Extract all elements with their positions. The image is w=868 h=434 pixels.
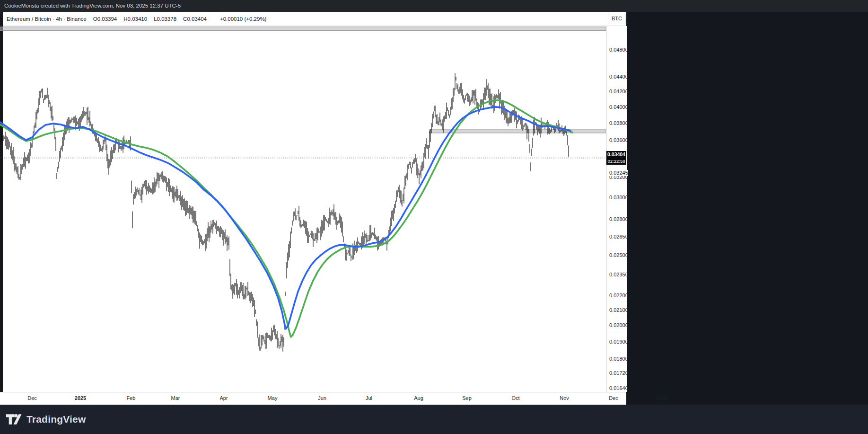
footer-bar: TradingView bbox=[0, 405, 868, 434]
price-tick-label: 0.02800 bbox=[609, 216, 628, 222]
chart-pane[interactable] bbox=[0, 26, 606, 392]
ma-fast-blue-line bbox=[0, 107, 570, 329]
price-tick-label: 0.03000 bbox=[609, 195, 628, 201]
price-tick-label: 0.02500 bbox=[609, 252, 628, 258]
ma-slow-green-line bbox=[0, 100, 572, 337]
price-tick-label: 0.01720 bbox=[609, 370, 628, 376]
tradingview-brand-text[interactable]: TradingView bbox=[26, 414, 86, 425]
price-tick-label: 0.01640 bbox=[609, 385, 628, 391]
price-tick-label: 0.02350 bbox=[609, 272, 628, 278]
bar-countdown: 02:22:58 bbox=[606, 158, 626, 164]
price-tick-label: 0.01800 bbox=[609, 356, 628, 362]
price-tick-label: 0.02650 bbox=[609, 234, 628, 240]
price-axis[interactable]: 0.048000.044000.042000.040000.038000.036… bbox=[606, 26, 627, 392]
rectangle-drawing[interactable] bbox=[0, 27, 606, 31]
time-tick-label: Jul bbox=[366, 395, 372, 401]
price-tick-label: 0.02000 bbox=[609, 322, 628, 328]
snapshot-banner: CookieMonsta created with TradingView.co… bbox=[0, 0, 868, 12]
tradingview-logo-icon[interactable] bbox=[6, 413, 22, 425]
price-tick-label: 0.02100 bbox=[609, 307, 628, 313]
time-tick-label: 2025 bbox=[75, 395, 86, 401]
price-tick-label: 0.04000 bbox=[609, 104, 628, 110]
symbol-title[interactable]: Ethereum / Bitcoin · 4h · Binance bbox=[7, 16, 87, 22]
time-tick-label: Mar bbox=[171, 395, 180, 401]
ohlc-value: C0.03404 bbox=[183, 16, 207, 22]
time-axis[interactable]: Dec2025FebMarAprMayJunJulAugSepOctNovDec… bbox=[0, 392, 626, 405]
tradingview-snapshot: CookieMonsta created with TradingView.co… bbox=[0, 0, 868, 434]
price-tick-label: 0.04800 bbox=[609, 47, 628, 53]
price-tick-label: 0.03800 bbox=[609, 120, 628, 126]
price-tick-label: 0.03600 bbox=[609, 137, 628, 143]
price-tick-label: 0.04400 bbox=[609, 74, 628, 80]
ohlc-value: H0.03410 bbox=[123, 16, 147, 22]
time-tick-label: Dec bbox=[27, 395, 37, 401]
currency-toggle-label: BTC bbox=[612, 16, 622, 21]
currency-toggle-button[interactable]: BTC bbox=[608, 13, 626, 24]
ohlc-value: O0.03394 bbox=[93, 16, 117, 22]
symbol-header: Ethereum / Bitcoin · 4h · Binance O0.033… bbox=[3, 12, 626, 26]
time-tick-label: Sep bbox=[462, 395, 472, 401]
last-price-badge: 0.03404 02:22:58 bbox=[606, 151, 626, 165]
candle-series bbox=[1, 73, 569, 352]
price-change: +0.00010 (+0.29%) bbox=[220, 16, 266, 22]
time-tick-label: Dec bbox=[609, 395, 618, 401]
time-tick-label: Nov bbox=[560, 395, 569, 401]
banner-text: CookieMonsta created with TradingView.co… bbox=[4, 3, 181, 9]
price-level-label: 0.03245 bbox=[609, 170, 628, 176]
last-price-value: 0.03404 bbox=[606, 151, 626, 158]
price-tick-label: 0.02200 bbox=[609, 292, 628, 299]
ohlc-value: L0.03378 bbox=[154, 16, 176, 22]
time-tick-label: May bbox=[268, 395, 278, 401]
time-tick-label: Oct bbox=[511, 395, 519, 401]
time-tick-label: Feb bbox=[127, 395, 136, 401]
time-tick-label: Apr bbox=[219, 395, 228, 401]
time-tick-label: 2026 bbox=[657, 395, 668, 401]
price-tick-label: 0.04200 bbox=[609, 89, 628, 95]
price-tick-label: 0.01900 bbox=[609, 339, 628, 345]
time-tick-label: Aug bbox=[414, 395, 423, 401]
ohlc-values: O0.03394H0.03410L0.03378C0.03404 bbox=[93, 16, 213, 22]
time-tick-label: Jun bbox=[318, 395, 326, 401]
